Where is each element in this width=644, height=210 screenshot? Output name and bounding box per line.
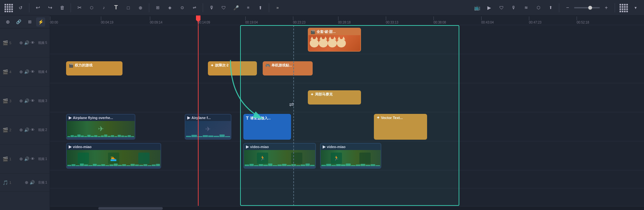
track4-eye-icon[interactable]: 👁: [31, 69, 35, 74]
redo-button[interactable]: ↪: [45, 3, 55, 13]
undo-button[interactable]: ↩: [33, 3, 43, 13]
track5-eye-icon[interactable]: 👁: [31, 40, 35, 45]
add-track-button[interactable]: ⊕: [3, 17, 12, 26]
audio1-add-icon[interactable]: ⊕: [25, 180, 28, 185]
track2-add-icon[interactable]: ⊕: [19, 127, 23, 132]
expand-button[interactable]: ▼: [630, 3, 641, 13]
clip-jubu[interactable]: ✦ 局部马赛克: [308, 90, 361, 105]
h-scrollbar-thumb[interactable]: [98, 207, 163, 210]
clip-cat[interactable]: 🎬 全套·破·甜...: [308, 28, 361, 52]
clip-quanxuan[interactable]: T 请全选输入...: [243, 114, 291, 140]
comp-button[interactable]: ⊞: [152, 3, 163, 13]
main-toolbar: ↺ ↩ ↪ 🗑 ✂ ⬡ ♪ T □ ⊕ ⊞ ◈ ⊙ ⇌ 🎙 🛡 🎤 ≡ ⬆ » …: [0, 0, 644, 15]
track3-eye-icon[interactable]: 👁: [31, 98, 35, 103]
zoom-area: − +: [562, 3, 611, 13]
track4-volume-icon[interactable]: 🔊: [24, 69, 29, 74]
track1-add-icon[interactable]: ⊕: [19, 156, 23, 161]
clip-videomiao1-label: video-miao: [73, 145, 92, 149]
clip-airplane2-header: ▶ Airplane f...: [185, 115, 231, 121]
transition-button[interactable]: ⇌: [189, 3, 200, 13]
mic-button[interactable]: 🎙: [509, 3, 519, 13]
track-row-video3: ✦ 局部马赛克: [50, 83, 644, 112]
snap-button[interactable]: ⚡: [36, 17, 45, 26]
overlay-button[interactable]: ◈: [165, 3, 175, 13]
export-button[interactable]: ⬆: [255, 3, 266, 13]
clip-videomiao2-icon: ▶: [246, 145, 249, 149]
clip-danjiyouxi[interactable]: 🎮 单机游戏贴...: [263, 61, 313, 75]
clip-videomiao2[interactable]: ▶ video-miao 🏃: [243, 143, 316, 169]
track4-name: 视频 4: [38, 70, 47, 74]
clip-videomiao1[interactable]: ▶ video-miao 🏊: [66, 143, 161, 169]
track-label-video4: 🎬 4 ⊕ 🔊 👁 视频 4: [0, 57, 50, 86]
track5-name: 视频 5: [38, 41, 47, 45]
clip-quanli[interactable]: 🎬 权力的游戏: [66, 61, 122, 75]
audio1-name: 音频 1: [38, 180, 47, 185]
clip-airplane1-thumb: ✈: [67, 121, 135, 137]
clip-videomiao2-thumb: 🏃: [244, 150, 315, 166]
clip-quanli-label: 权力的游戏: [75, 63, 93, 68]
track-label-video1: 🎬 1 ⊕ 🔊 👁 视频 1: [0, 145, 50, 174]
text-button[interactable]: T: [111, 3, 121, 13]
tracks-scroll[interactable]: ⇌ 🎬 全套·破·甜...: [50, 25, 644, 206]
grid-view-button[interactable]: [618, 3, 629, 13]
clip-videomiao1-thumb: 🏊: [67, 150, 161, 166]
noise-button[interactable]: 🛡: [496, 3, 507, 13]
track2-eye-icon[interactable]: 👁: [31, 127, 35, 132]
track5-add-icon[interactable]: ⊕: [19, 40, 23, 45]
curve-button[interactable]: ⊙: [177, 3, 187, 13]
ruler-mark-0: 00:00: [50, 16, 101, 24]
zoom-in-button[interactable]: +: [601, 3, 611, 13]
track1-eye-icon[interactable]: 👁: [31, 156, 35, 161]
cut-button[interactable]: ✂: [74, 3, 84, 13]
clip-guzhang-icon: ✦: [210, 63, 214, 68]
link-button[interactable]: 🔗: [14, 17, 23, 26]
clip-videomiao3-thumb: 🏃: [321, 150, 381, 166]
ruler-mark-4: 00:19:04: [245, 16, 293, 24]
multi-select-button[interactable]: ⊞: [25, 17, 34, 26]
h-scrollbar[interactable]: [50, 206, 644, 210]
zoom-out-button[interactable]: −: [562, 3, 573, 13]
track4-add-icon[interactable]: ⊕: [19, 69, 23, 74]
clip-airplane1[interactable]: ▶ Airplane flying overhe... ✈: [66, 114, 135, 140]
zoom-slider[interactable]: [574, 7, 600, 8]
more1-button[interactable]: ⊕: [135, 3, 146, 13]
eq-button[interactable]: ≋: [521, 3, 531, 13]
clip-airplane2[interactable]: ▶ Airplane f... ✈: [185, 114, 231, 140]
sticker-button[interactable]: ⬡: [533, 3, 543, 13]
ruler-mark-6: 00:28:18: [338, 16, 386, 24]
track1-name: 视频 1: [38, 157, 47, 161]
time-ruler[interactable]: 00:00 00:04:19 00:09:14 00:14:09 00:19:0…: [50, 15, 644, 25]
monitor-button[interactable]: 📺: [472, 3, 482, 13]
clip-videomiao3[interactable]: ▶ video-miao 🏃: [320, 143, 381, 169]
rect-button[interactable]: □: [123, 3, 133, 13]
share-button[interactable]: ⬆: [545, 3, 556, 13]
clip-cat-icon: 🎬: [310, 30, 315, 34]
more-tools-button[interactable]: »: [272, 3, 283, 13]
shield-button[interactable]: 🛡: [219, 3, 229, 13]
main-content: ⊕ 🔗 ⊞ ⚡ 🎬 5 ⊕ 🔊 👁 视频 5 🎬 4 ⊕ 🔊 👁: [0, 15, 644, 210]
toolbar-sep-6: [559, 3, 559, 12]
ruler-mark-10: 00:47:23: [529, 16, 577, 24]
ruler-mark-9: 00:43:04: [481, 16, 529, 24]
track3-add-icon[interactable]: ⊕: [19, 98, 23, 103]
audio1-icon: 🎵: [3, 180, 8, 185]
play-button[interactable]: ▶: [484, 3, 494, 13]
music-cut-button[interactable]: ♪: [99, 3, 109, 13]
audio1-volume-icon[interactable]: 🔊: [30, 180, 35, 185]
voice-button[interactable]: 🎤: [231, 3, 241, 13]
track-label-video2: 🎬 2 ⊕ 🔊 👁 视频 2: [0, 115, 50, 145]
clip-vectortext[interactable]: ✦ Vector Text...: [374, 114, 427, 140]
track5-volume-icon[interactable]: 🔊: [24, 40, 29, 45]
track3-volume-icon[interactable]: 🔊: [24, 98, 29, 103]
track2-volume-icon[interactable]: 🔊: [24, 127, 29, 132]
undo-history-button[interactable]: ↺: [15, 3, 26, 13]
apps-button[interactable]: [3, 3, 14, 13]
track1-volume-icon[interactable]: 🔊: [24, 156, 29, 161]
delete-button[interactable]: 🗑: [57, 3, 67, 13]
crop-button[interactable]: ⬡: [86, 3, 97, 13]
toolbar2: ⊕ 🔗 ⊞ ⚡: [0, 15, 50, 28]
audio-track-button[interactable]: ≡: [243, 3, 253, 13]
record-button[interactable]: 🎙: [206, 3, 217, 13]
clip-guzhang[interactable]: ✦ 故障次·2: [208, 61, 257, 75]
zoom-slider-thumb[interactable]: [588, 6, 592, 10]
